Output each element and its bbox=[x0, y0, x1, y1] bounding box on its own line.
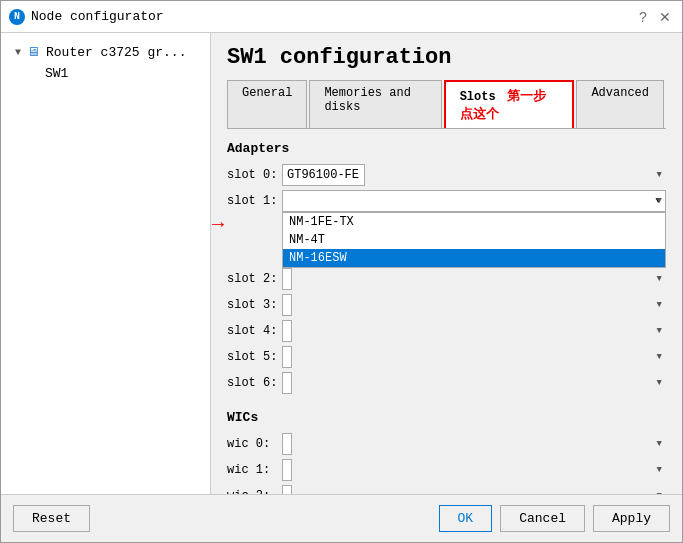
slot-2-dropdown-container bbox=[282, 268, 666, 290]
slot-4-select[interactable] bbox=[282, 320, 292, 342]
main-content: ▼ 🖥 Router c3725 gr... SW1 SW1 configura… bbox=[1, 33, 682, 494]
reset-button[interactable]: Reset bbox=[13, 505, 90, 532]
router-icon: 🖥 bbox=[27, 45, 40, 60]
slot-row-4: slot 4: bbox=[227, 320, 666, 342]
wic-row-0: wic 0: bbox=[227, 433, 666, 455]
wic-2-dropdown-container bbox=[282, 485, 666, 494]
dropdown-item-nm16esw[interactable]: NM-16ESW bbox=[283, 249, 665, 267]
slot-row-3: slot 3: bbox=[227, 294, 666, 316]
sidebar: ▼ 🖥 Router c3725 gr... SW1 bbox=[1, 33, 211, 494]
slot-row-2: slot 2: bbox=[227, 268, 666, 290]
slot-5-select[interactable] bbox=[282, 346, 292, 368]
slot-1-dropdown-menu: NM-1FE-TX NM-4T NM-16ESW bbox=[282, 212, 666, 268]
slot-3-dropdown-container bbox=[282, 294, 666, 316]
tab-slots[interactable]: Slots 第一步点这个 bbox=[444, 80, 575, 128]
wic-2-select[interactable] bbox=[282, 485, 292, 494]
tab-general[interactable]: General bbox=[227, 80, 307, 128]
slot-0-label: slot 0: bbox=[227, 168, 282, 182]
wic-1-dropdown-container bbox=[282, 459, 666, 481]
title-bar-controls: ? ✕ bbox=[634, 8, 674, 26]
sidebar-sw1-label: SW1 bbox=[45, 66, 68, 81]
slot-1-dropdown-container: ▼ NM-1FE-TX NM-4T NM-16ESW bbox=[282, 190, 666, 212]
dropdown-item-nm4t[interactable]: NM-4T bbox=[283, 231, 665, 249]
ok-button[interactable]: OK bbox=[439, 505, 493, 532]
slot-0-select[interactable]: GT96100-FE bbox=[282, 164, 365, 186]
title-bar: N Node configurator ? ✕ bbox=[1, 1, 682, 33]
wic-row-2: wic 2: bbox=[227, 485, 666, 494]
footer-right: OK Cancel Apply bbox=[439, 505, 670, 532]
slot-4-dropdown-container bbox=[282, 320, 666, 342]
tab-advanced[interactable]: Advanced bbox=[576, 80, 664, 128]
apply-button[interactable]: Apply bbox=[593, 505, 670, 532]
slot-1-label: slot 1: bbox=[227, 194, 282, 208]
wic-row-1: wic 1: bbox=[227, 459, 666, 481]
adapters-label: Adapters bbox=[227, 141, 666, 156]
cancel-button[interactable]: Cancel bbox=[500, 505, 585, 532]
dropdown-item-nm1fetx[interactable]: NM-1FE-TX bbox=[283, 213, 665, 231]
wics-label: WICs bbox=[227, 410, 666, 425]
config-title: SW1 configuration bbox=[227, 45, 666, 70]
title-bar-left: N Node configurator bbox=[9, 9, 164, 25]
wic-1-select[interactable] bbox=[282, 459, 292, 481]
node-configurator-window: N Node configurator ? ✕ ▼ 🖥 Router c3725… bbox=[0, 0, 683, 543]
slot-6-select[interactable] bbox=[282, 372, 292, 394]
adapters-section: 交换机添加二层单板，我们选sw → Adapters slot 0: GT961… bbox=[227, 141, 666, 394]
wic-1-label: wic 1: bbox=[227, 463, 282, 477]
wic-0-label: wic 0: bbox=[227, 437, 282, 451]
sidebar-item-router[interactable]: ▼ 🖥 Router c3725 gr... bbox=[9, 41, 202, 64]
sidebar-router-label: Router c3725 gr... bbox=[46, 45, 186, 60]
slot-5-dropdown-container bbox=[282, 346, 666, 368]
config-panel: SW1 configuration General Memories and d… bbox=[211, 33, 682, 494]
slot-row-0: slot 0: GT96100-FE bbox=[227, 164, 666, 186]
slot-row-6: slot 6: bbox=[227, 372, 666, 394]
window-title: Node configurator bbox=[31, 9, 164, 24]
slot-3-select[interactable] bbox=[282, 294, 292, 316]
sidebar-item-sw1[interactable]: SW1 bbox=[9, 64, 202, 83]
tab-memories[interactable]: Memories and disks bbox=[309, 80, 441, 128]
slot-4-label: slot 4: bbox=[227, 324, 282, 338]
slot-5-label: slot 5: bbox=[227, 350, 282, 364]
footer: Reset OK Cancel Apply bbox=[1, 494, 682, 542]
slot-1-select-display[interactable]: ▼ bbox=[282, 190, 666, 212]
slot-3-label: slot 3: bbox=[227, 298, 282, 312]
tabs-container: General Memories and disks Slots 第一步点这个 … bbox=[227, 80, 666, 129]
slot-2-label: slot 2: bbox=[227, 272, 282, 286]
slot-0-dropdown-container: GT96100-FE bbox=[282, 164, 666, 186]
app-icon: N bbox=[9, 9, 25, 25]
wic-2-label: wic 2: bbox=[227, 489, 282, 494]
wic-0-dropdown-container bbox=[282, 433, 666, 455]
slot-row-5: slot 5: bbox=[227, 346, 666, 368]
slot-2-select[interactable] bbox=[282, 268, 292, 290]
help-button[interactable]: ? bbox=[634, 8, 652, 26]
slot-6-label: slot 6: bbox=[227, 376, 282, 390]
wics-section: WICs wic 0: wic 1: bbox=[227, 410, 666, 494]
wic-0-select[interactable] bbox=[282, 433, 292, 455]
slot-row-1: slot 1: ▼ NM-1FE-TX NM-4T NM-16ESW bbox=[227, 190, 666, 212]
slot-6-dropdown-container bbox=[282, 372, 666, 394]
close-button[interactable]: ✕ bbox=[656, 8, 674, 26]
left-arrow-icon: → bbox=[212, 213, 224, 236]
expand-arrow-icon: ▼ bbox=[15, 47, 21, 58]
footer-left: Reset bbox=[13, 505, 90, 532]
